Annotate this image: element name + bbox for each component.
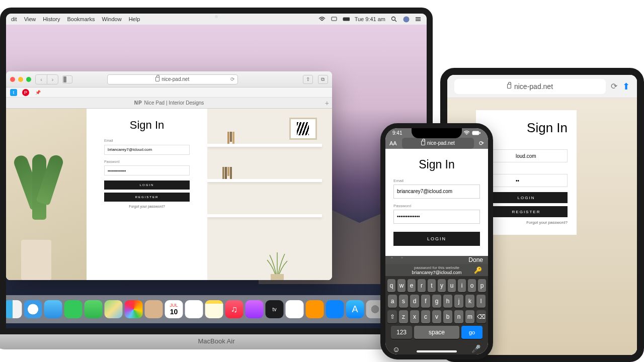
menu-edit[interactable]: dit [11, 16, 17, 22]
menubar-clock[interactable]: Tue 9:41 am [355, 16, 385, 22]
numbers-key[interactable]: 123 [391, 326, 412, 339]
key-f[interactable]: f [421, 295, 430, 308]
key-z[interactable]: z [399, 310, 408, 323]
dock-maps-icon[interactable] [105, 300, 123, 318]
reload-icon[interactable]: ⟳ [611, 81, 617, 91]
dock-pages-icon[interactable] [306, 300, 324, 318]
safari-tab[interactable]: NP Nice Pad | Interior Designs + [6, 98, 332, 109]
minimize-button[interactable] [18, 77, 23, 82]
dock-contacts-icon[interactable] [145, 300, 163, 318]
share-icon[interactable]: ⬆ [622, 81, 630, 92]
key-l[interactable]: l [476, 295, 486, 308]
dock-reminders-icon[interactable] [185, 300, 203, 318]
tabs-icon[interactable]: ⧉ [318, 75, 328, 84]
go-key[interactable]: go [461, 326, 482, 339]
siri-icon[interactable] [403, 16, 410, 22]
dictation-key[interactable]: 🎤 [471, 344, 481, 353]
key-y[interactable]: y [438, 279, 446, 292]
key-j[interactable]: j [454, 295, 463, 308]
dock-music-icon[interactable]: ♫ [225, 300, 244, 318]
fav-pin-icon[interactable]: 📌 [34, 89, 41, 96]
dock-photos-icon[interactable] [125, 300, 143, 318]
email-field[interactable] [485, 149, 568, 162]
password-autofill-suggestion[interactable]: password for this website briancarey7@ic… [385, 264, 488, 277]
share-icon[interactable]: ⇧ [303, 75, 313, 84]
password-field[interactable] [393, 210, 480, 224]
key-r[interactable]: r [418, 279, 426, 292]
dock-tv-icon[interactable]: tv [266, 300, 284, 318]
keychain-icon[interactable]: 🔑 [474, 266, 482, 274]
sidebar-toggle-icon[interactable] [62, 75, 72, 83]
dock-appstore-icon[interactable]: A [346, 300, 364, 318]
key-w[interactable]: w [397, 279, 406, 292]
login-button[interactable]: LOGIN [393, 232, 480, 246]
forward-button[interactable]: › [47, 75, 58, 84]
key-h[interactable]: h [443, 295, 452, 308]
dock-finder-icon[interactable] [4, 300, 22, 318]
spotlight-icon[interactable] [390, 16, 397, 22]
key-k[interactable]: k [465, 295, 474, 308]
home-indicator[interactable] [417, 350, 457, 352]
key-u[interactable]: u [448, 279, 456, 292]
key-x[interactable]: x [410, 310, 419, 323]
new-tab-button[interactable]: + [325, 99, 329, 107]
menu-help[interactable]: Help [129, 16, 140, 22]
password-field[interactable] [485, 174, 568, 187]
forgot-password-link[interactable]: Forgot your password? [104, 205, 190, 208]
dock-mail-icon[interactable] [44, 300, 62, 318]
menu-view[interactable]: View [24, 16, 36, 22]
wifi-icon[interactable] [318, 16, 326, 22]
screen-mirror-icon[interactable] [331, 16, 338, 22]
menu-bookmarks[interactable]: Bookmarks [67, 16, 95, 22]
key-n[interactable]: n [454, 310, 463, 323]
address-bar[interactable]: nice-pad.net ⟳ [107, 74, 238, 84]
forgot-password-link[interactable]: Forgot your password? [485, 220, 568, 225]
prev-field-icon[interactable]: ˄ [390, 256, 393, 263]
email-field[interactable] [393, 185, 480, 199]
key-p[interactable]: p [478, 279, 486, 292]
text-size-icon[interactable]: AA [389, 140, 397, 146]
dock-keynote-icon[interactable] [326, 300, 344, 318]
fav-twitter-icon[interactable]: t [10, 89, 17, 96]
dock-podcasts-icon[interactable] [246, 300, 264, 318]
email-field[interactable] [104, 145, 190, 155]
menu-history[interactable]: History [43, 16, 60, 22]
reload-icon[interactable]: ⟳ [479, 140, 484, 147]
backspace-key[interactable]: ⌫ [476, 310, 486, 323]
dock-notes-icon[interactable] [205, 300, 223, 318]
key-m[interactable]: m [465, 310, 474, 323]
password-field[interactable] [104, 165, 190, 175]
key-v[interactable]: v [432, 310, 441, 323]
reload-icon[interactable]: ⟳ [230, 76, 234, 82]
back-button[interactable]: ‹ [36, 75, 47, 84]
login-button[interactable]: LOGIN [485, 192, 568, 203]
spacebar-key[interactable]: space [414, 326, 459, 339]
key-t[interactable]: t [428, 279, 436, 292]
close-button[interactable] [10, 77, 15, 82]
key-i[interactable]: i [458, 279, 466, 292]
keyboard-done-button[interactable]: Done [468, 256, 483, 263]
login-button[interactable]: LOGIN [104, 180, 190, 190]
battery-icon[interactable] [343, 16, 350, 22]
register-button[interactable]: REGISTER [485, 206, 568, 217]
key-q[interactable]: q [387, 279, 395, 292]
key-a[interactable]: a [388, 295, 397, 308]
shift-key[interactable]: ⇧ [387, 310, 397, 323]
menu-window[interactable]: Window [102, 16, 122, 22]
key-s[interactable]: s [399, 295, 408, 308]
next-field-icon[interactable]: ˅ [400, 256, 404, 263]
key-g[interactable]: g [432, 295, 441, 308]
key-d[interactable]: d [410, 295, 419, 308]
dock-calendar-icon[interactable]: JUL10 [165, 300, 183, 318]
dock-safari-icon[interactable] [24, 300, 42, 318]
dock-facetime-icon[interactable] [85, 300, 103, 318]
key-b[interactable]: b [443, 310, 452, 323]
key-e[interactable]: e [408, 279, 416, 292]
notification-center-icon[interactable] [415, 16, 422, 22]
key-c[interactable]: c [421, 310, 430, 323]
dock-messages-icon[interactable] [64, 300, 83, 318]
iphone-address-bar[interactable]: nice-pad.net [402, 138, 474, 149]
emoji-key[interactable]: ☺ [392, 345, 400, 353]
ipad-address-bar[interactable]: nice-pad.net [454, 79, 606, 94]
register-button[interactable]: REGISTER [104, 193, 190, 202]
